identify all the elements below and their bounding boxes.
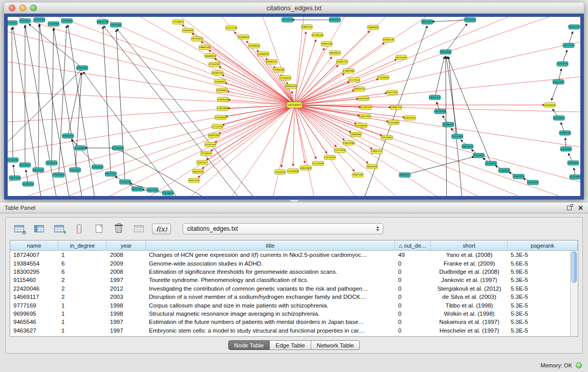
graph-node[interactable]: 17554300 xyxy=(209,62,220,67)
graph-node[interactable]: 14339549 xyxy=(356,123,367,128)
cell-pagerank[interactable]: 5.3E-5 xyxy=(508,327,578,334)
graph-node[interactable]: 17683480 xyxy=(343,69,354,73)
cell-year[interactable]: 1997 xyxy=(107,277,146,283)
cell-title[interactable]: Changes of HCN gene expression and I(f) … xyxy=(146,252,395,258)
graph-node[interactable]: 9754626 xyxy=(201,151,212,156)
graph-node[interactable]: 9155907 xyxy=(19,18,31,23)
row-options-icon[interactable] xyxy=(72,223,85,235)
column-header-name[interactable]: name xyxy=(10,240,58,250)
cell-in_degree[interactable]: 1 xyxy=(58,327,107,334)
window-zoom-button[interactable] xyxy=(30,5,37,11)
graph-node[interactable]: 10190900 xyxy=(288,169,299,173)
cell-name[interactable]: 9115460 xyxy=(10,277,58,283)
graph-node[interactable]: 15472075 xyxy=(557,62,568,67)
graph-node[interactable]: 20468064 xyxy=(238,35,249,39)
graph-node[interactable]: 17898029 xyxy=(443,122,454,127)
graph-node[interactable]: 20056819 xyxy=(162,191,173,195)
cell-out_de[interactable]: 0 xyxy=(395,319,431,325)
graph-node[interactable]: 14872201 xyxy=(359,114,371,119)
cell-pagerank[interactable]: 5.3E-5 xyxy=(508,302,578,309)
cell-pagerank[interactable]: 5.6E-5 xyxy=(508,260,578,267)
column-header-out_de[interactable]: △out_de… xyxy=(395,240,431,250)
graph-hub-node[interactable]: 18724007 xyxy=(287,102,302,108)
graph-node[interactable]: 18945720 xyxy=(429,95,441,100)
graph-node[interactable]: 20884312 xyxy=(301,25,312,29)
cell-in_degree[interactable]: 6 xyxy=(58,269,107,275)
graph-node[interactable]: 16585750 xyxy=(212,71,223,75)
cell-year[interactable]: 2012 xyxy=(107,286,146,292)
table-row[interactable]: 1872400712008Changes of HCN gene express… xyxy=(10,251,578,259)
graph-node[interactable]: 16819561 xyxy=(462,144,473,149)
cell-short[interactable]: Tibbo et al. (1998) xyxy=(431,302,508,309)
graph-node[interactable]: 10634603 xyxy=(300,166,311,170)
cell-in_degree[interactable]: 2 xyxy=(58,286,107,292)
cell-short[interactable]: Yano et al. (2008) xyxy=(431,252,508,258)
graph-node[interactable]: 16477512 xyxy=(105,172,116,177)
graph-node[interactable]: 13855712 xyxy=(371,149,382,154)
show-columns-icon[interactable] xyxy=(32,223,46,235)
cell-title[interactable]: Investigating the contribution of common… xyxy=(146,286,395,292)
column-header-title[interactable]: title xyxy=(146,240,395,250)
graph-node[interactable]: 25260694 xyxy=(75,146,86,150)
import-table-icon[interactable] xyxy=(132,223,145,235)
tab-node-table[interactable]: Node Table xyxy=(228,340,270,350)
new-table-icon[interactable] xyxy=(92,223,105,235)
vertical-scrollbar[interactable] xyxy=(570,251,578,336)
graph-node[interactable]: 19565500 xyxy=(321,41,332,46)
column-header-in_degree[interactable]: in_degree xyxy=(58,240,107,250)
cell-short[interactable]: Franke et al. (2009) xyxy=(431,260,508,267)
cell-title[interactable]: Tourette syndrome. Phenomenology and cla… xyxy=(146,277,395,283)
cell-in_degree[interactable]: 6 xyxy=(58,260,107,267)
graph-node[interactable]: 15457404 xyxy=(360,105,372,110)
cell-out_de[interactable]: 0 xyxy=(395,294,431,300)
table-row[interactable]: 2242004622012Investigating the contribut… xyxy=(10,285,578,293)
cell-title[interactable]: Corpus callosum shape and size in male p… xyxy=(146,302,395,309)
function-builder-button[interactable]: f(x) xyxy=(152,224,171,234)
cell-title[interactable]: Genome-wide association studies in ADHD. xyxy=(146,260,395,267)
graph-node[interactable]: 10197533 xyxy=(205,142,216,147)
graph-node[interactable]: 15056607 xyxy=(216,88,228,93)
table-row[interactable]: 1456911722003Disruption of a novel membe… xyxy=(10,293,578,301)
cell-out_de[interactable]: 0 xyxy=(395,311,431,317)
graph-node[interactable]: 15866151 xyxy=(390,105,402,110)
table-row[interactable]: 946554611997Estimation of the future num… xyxy=(10,318,578,326)
cell-name[interactable]: 18724007 xyxy=(10,252,58,258)
graph-node[interactable]: 9153801 xyxy=(19,163,31,167)
graph-node[interactable]: 15059541 xyxy=(70,168,81,172)
cell-short[interactable]: Jankovic et al. (1997) xyxy=(431,277,508,283)
graph-node[interactable]: 17177251 xyxy=(349,78,360,82)
graph-node[interactable]: 12217956 xyxy=(334,148,345,153)
graph-node[interactable]: 15184602 xyxy=(498,168,510,173)
cell-year[interactable]: 1997 xyxy=(107,319,146,325)
graph-node[interactable]: 17240041 xyxy=(280,76,291,80)
graph-node[interactable]: 26653062 xyxy=(77,65,88,70)
graph-node[interactable]: 18262179 xyxy=(336,60,347,64)
graph-node[interactable]: 19881528 xyxy=(199,45,210,50)
graph-node[interactable]: 18565372 xyxy=(329,17,340,22)
cell-year[interactable]: 2009 xyxy=(107,260,146,267)
cell-pagerank[interactable]: 5.3E-5 xyxy=(508,277,578,283)
cell-pagerank[interactable]: 5.3E-5 xyxy=(508,311,578,317)
graph-node[interactable]: 9634505 xyxy=(33,168,44,172)
cell-short[interactable]: Wolkin et al. (1998) xyxy=(431,311,508,317)
graph-node[interactable]: 20364136 xyxy=(383,38,394,42)
graph-node[interactable]: 21926974 xyxy=(182,28,193,33)
delete-table-icon[interactable] xyxy=(112,223,125,235)
cell-short[interactable]: Dudbridge et al. (2008) xyxy=(431,269,508,275)
table-row[interactable]: 1830029562008Estimation of significance … xyxy=(10,268,578,276)
graph-node[interactable]: 14102451 xyxy=(527,180,538,185)
column-header-short[interactable]: short xyxy=(431,240,508,250)
graph-node[interactable]: 11675500 xyxy=(324,155,335,160)
window-titlebar[interactable]: citations_edges.txt xyxy=(4,3,584,14)
graph-node[interactable]: 20966902 xyxy=(367,25,379,30)
table-select-dropdown[interactable]: citations_edges.txt xyxy=(183,223,383,234)
cell-pagerank[interactable]: 5.9E-5 xyxy=(508,269,578,275)
graph-node[interactable]: 12004853 xyxy=(61,18,73,23)
cell-title[interactable]: Structural magnetic resonance image aver… xyxy=(146,311,395,317)
cell-in_degree[interactable]: 1 xyxy=(58,319,107,325)
cell-out_de[interactable]: 0 xyxy=(395,269,431,275)
cell-short[interactable]: Nakamura et al. (1997) xyxy=(431,319,508,325)
graph-node[interactable]: 18250167 xyxy=(132,187,143,191)
column-header-pagerank[interactable]: pagerank xyxy=(508,240,578,250)
cell-name[interactable]: 22420046 xyxy=(10,286,58,292)
